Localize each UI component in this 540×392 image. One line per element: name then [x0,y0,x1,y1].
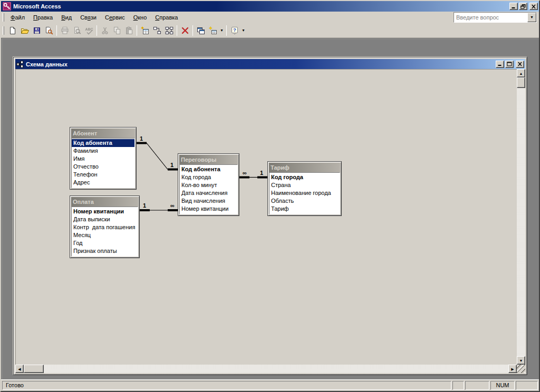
menu-item-edit[interactable]: Правка [29,13,57,22]
field-row[interactable]: Дата начисления [180,189,237,197]
table-Переговоры: ПереговорыКод абонентаКод городаКол-во м… [178,153,239,216]
app-close-button[interactable] [529,3,538,10]
docwin-close-button[interactable] [516,61,524,68]
scroll-left-icon[interactable]: ◀ [15,365,24,373]
print-preview-icon [73,26,81,35]
help-icon: ? [230,26,239,35]
field-row[interactable]: Код города [180,173,237,181]
ask-question-input[interactable] [454,13,527,22]
table-title-Абонент[interactable]: Абонент [71,129,135,138]
status-message: Готово [2,381,451,390]
resize-grip[interactable] [517,365,525,373]
field-row[interactable]: Телефон [72,171,134,179]
file-search-icon [45,26,53,35]
database-window-button[interactable] [195,25,207,36]
maximize-icon [507,62,512,66]
menu-item-tools[interactable]: Сервис [101,13,129,22]
chevron-down-icon[interactable]: ▼ [527,13,536,22]
delete-button[interactable] [179,25,191,36]
help-button[interactable]: ? [228,25,240,36]
file-search-button[interactable] [43,25,55,36]
field-row[interactable]: Отчество [72,163,134,171]
field-row[interactable]: Код абонента [72,139,134,147]
help-dropdown-arrow-icon[interactable]: ▾ [240,25,246,36]
field-row[interactable]: Код абонента [180,165,237,173]
print-icon [61,26,69,35]
scroll-up-icon[interactable]: ▲ [517,69,525,77]
vertical-scrollbar-track[interactable] [517,88,525,356]
ask-question-combobox[interactable]: ▼ [454,12,537,23]
show-table-button[interactable] [139,25,151,36]
new-button[interactable] [6,25,18,36]
table-title-Тариф[interactable]: Тариф [269,163,340,172]
open-icon [21,26,29,35]
docwin-maximize-button[interactable] [505,61,514,68]
field-row[interactable]: Номер квитанции [72,208,138,215]
relationship-line-Переговоры-Тариф[interactable]: ∞1 [239,170,267,178]
table-title-Переговоры[interactable]: Переговоры [179,155,238,164]
save-button[interactable] [31,25,43,36]
print-button [59,25,71,36]
field-row[interactable]: Год [72,239,138,247]
relationships-window-titlebar[interactable]: Схема данных [15,59,525,69]
field-row[interactable]: Тариф [269,205,340,213]
toolbar-grip-handle[interactable] [3,26,4,35]
scroll-right-icon[interactable]: ▶ [508,365,517,373]
field-row[interactable]: Месяц [72,231,138,239]
toolbar-separator [137,25,137,36]
field-row[interactable]: Признак оплаты [72,247,138,255]
table-Абонент: АбонентКод абонентаФамилияИмяОтчествоТел… [70,127,137,190]
access-key-icon [3,2,11,11]
menu-item-file[interactable]: Файл [6,13,29,22]
menu-items: ФайлПравкаВидСвязиСервисОкноСправка [6,13,182,22]
field-row[interactable]: Вид начисления [180,197,237,205]
field-row[interactable]: Кол-во минут [180,181,237,189]
table-Оплата: ОплатаНомер квитанцииДата выпискиКонтр д… [70,195,140,258]
table-fields-Переговоры: Код абонентаКод городаКол-во минутДата н… [179,164,238,214]
show-all-relationships-button[interactable] [163,25,175,36]
field-row[interactable]: Код города [269,173,340,181]
svg-text:?: ? [233,27,236,33]
horizontal-scrollbar-track[interactable] [44,365,508,373]
toolbar: ABC▾?▾ [1,23,539,38]
print-preview-button [71,25,83,36]
toolbar-separator [177,25,177,36]
vertical-scrollbar-thumb[interactable] [517,77,525,88]
cut-button [99,25,111,36]
docwin-minimize-button[interactable] [496,61,504,68]
table-title-Оплата[interactable]: Оплата [71,197,138,207]
menu-item-window[interactable]: Окно [129,13,151,22]
horizontal-scrollbar-thumb[interactable] [24,365,44,373]
app-restore-button[interactable] [519,3,527,10]
field-row[interactable]: Страна [269,181,340,189]
new-object-dropdown-arrow-icon[interactable]: ▾ [219,25,225,36]
open-button[interactable] [18,25,31,36]
field-row[interactable]: Адрес [72,179,134,187]
menu-item-help[interactable]: Справка [151,13,182,22]
relationship-line-Абонент-Переговоры[interactable]: 11 [137,135,178,170]
new-object-button[interactable] [207,25,219,36]
relationships-window-controls [495,61,524,68]
menu-item-view[interactable]: Вид [57,13,76,22]
scroll-down-icon[interactable]: ▼ [517,356,525,365]
field-row[interactable]: Номер квитанции [180,205,237,213]
status-panel-empty [452,381,464,390]
table-fields-Оплата: Номер квитанцииДата выпискиКонтр дата по… [71,207,138,257]
menubar-grip-handle[interactable] [3,13,4,22]
field-row[interactable]: Область [269,197,340,205]
menu-item-relationships[interactable]: Связи [76,13,101,22]
toolbar-separator [226,25,227,36]
relationship-line-Оплата-Переговоры[interactable]: 1∞ [140,202,178,210]
vertical-scrollbar: ▲ ▼ [517,69,525,365]
field-row[interactable]: Имя [72,155,134,163]
cardinality-label: ∞ [170,202,175,209]
show-direct-relationships-icon [153,26,161,35]
field-row[interactable]: Фамилия [72,147,134,155]
show-direct-relationships-button[interactable] [151,25,163,36]
app-minimize-button[interactable] [509,3,518,10]
status-panels: NUM [452,381,538,390]
field-row[interactable]: Наименование города [269,189,340,197]
field-row[interactable]: Дата выписки [72,215,138,223]
toolbar-separator [56,25,57,36]
field-row[interactable]: Контр дата погашения [72,223,138,231]
